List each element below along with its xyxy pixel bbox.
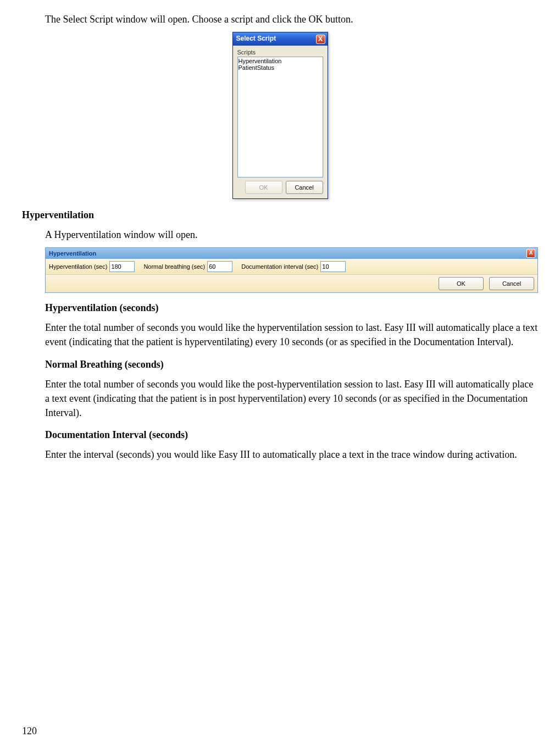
intro-text: The Select Script window will open. Choo… [45, 12, 538, 26]
hv-sec-input[interactable] [109, 261, 135, 272]
hv-titlebar: Hyperventilation X [46, 248, 537, 259]
nb-heading: Normal Breathing (seconds) [45, 357, 538, 372]
di-body: Enter the interval (seconds) you would l… [45, 447, 538, 462]
select-script-dialog: Select Script X Scripts Hyperventilation… [232, 32, 328, 199]
cancel-button[interactable]: Cancel [489, 277, 534, 290]
hyperventilation-bar: Hyperventilation X Hyperventilation (sec… [45, 247, 538, 293]
cancel-button[interactable]: Cancel [286, 181, 323, 194]
scripts-group-label: Scripts [237, 49, 323, 56]
di-heading: Documentation Interval (seconds) [45, 428, 538, 442]
di-sec-label: Documentation interval (sec) [241, 263, 318, 270]
nb-body: Enter the total number of seconds you wo… [45, 377, 538, 420]
open-text: A Hyperventilation window will open. [45, 228, 538, 242]
ok-button: OK [245, 181, 282, 194]
close-icon[interactable]: X [526, 249, 535, 258]
list-item[interactable]: Hyperventilation [239, 58, 322, 64]
close-icon[interactable]: X [316, 35, 325, 44]
di-sec-input[interactable] [320, 261, 346, 272]
hv-title: Hyperventilation [49, 250, 96, 257]
hv-body: Enter the total number of seconds you wo… [45, 320, 538, 349]
hv-sec-label: Hyperventilation (sec) [49, 263, 107, 270]
ok-button[interactable]: OK [439, 277, 484, 290]
scripts-list[interactable]: Hyperventilation PatientStatus [237, 57, 323, 178]
section-title: Hyperventilation [22, 208, 538, 222]
nb-sec-input[interactable] [207, 261, 232, 272]
nb-sec-label: Normal breathing (sec) [143, 263, 205, 270]
dialog-title: Select Script [236, 34, 276, 43]
hv-heading: Hyperventilation (seconds) [45, 301, 538, 315]
dialog-titlebar: Select Script X [233, 32, 328, 46]
list-item[interactable]: PatientStatus [239, 64, 322, 71]
